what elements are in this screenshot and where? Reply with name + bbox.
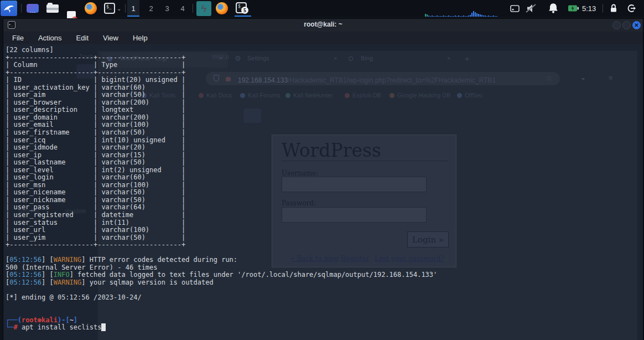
panel-separator: [125, 4, 126, 13]
terminal-menubar: File Actions Edit View Help: [3, 32, 643, 44]
firefox-window-button[interactable]: [216, 2, 228, 14]
workspace-3[interactable]: 3: [161, 0, 173, 17]
menu-actions[interactable]: Actions: [38, 34, 62, 42]
screenshot-tool-icon[interactable]: [510, 5, 520, 12]
maximize-button[interactable]: [622, 21, 631, 29]
panel-separator: [193, 4, 193, 13]
minimize-button[interactable]: [612, 21, 621, 29]
workspace-active-underline: [127, 16, 139, 17]
clock[interactable]: 5:13: [582, 0, 596, 17]
firefox-launcher-icon[interactable]: [85, 2, 97, 14]
kali-dragon-icon: [3, 2, 15, 14]
lock-screen-icon[interactable]: [609, 3, 619, 13]
desktop: … ⃠ $_ ⌄ 1 2 3 4 ϟ $_ 5: [0, 0, 644, 340]
terminal-glyph-icon: $_: [104, 3, 115, 14]
panel-separator: [603, 4, 603, 13]
terminal-content[interactable]: Trash miscl.p New File stagdete WordPres…: [3, 44, 643, 340]
file-manager-icon[interactable]: [46, 4, 59, 13]
notification-bell-icon[interactable]: [548, 3, 559, 14]
menu-file[interactable]: File: [12, 34, 24, 42]
workspace-1[interactable]: 1: [127, 0, 139, 17]
zap-proxy-window-button[interactable]: ϟ: [196, 1, 211, 16]
terminal-window-button[interactable]: $_ 5: [236, 2, 247, 13]
close-button[interactable]: ✕: [632, 21, 641, 29]
workspace-2[interactable]: 2: [145, 0, 157, 17]
terminal-output[interactable]: [22 columns] +---------------------+----…: [6, 47, 643, 332]
active-window-underline: [235, 16, 251, 17]
logout-power-icon[interactable]: [626, 3, 637, 13]
terminal-window: ▸_ root@kali: ~ ✕ File Actions Edit View…: [3, 19, 643, 340]
battery-charging-icon[interactable]: [568, 4, 579, 12]
menu-edit[interactable]: Edit: [76, 34, 89, 42]
terminal-glyph-icon: $_ 5: [236, 2, 247, 13]
kali-menu-button[interactable]: [1, 1, 17, 16]
panel-separator: [21, 4, 22, 13]
audio-muted-icon[interactable]: [526, 3, 537, 13]
menu-view[interactable]: View: [103, 34, 118, 42]
terminal-launcher-icon[interactable]: $_: [104, 3, 115, 14]
window-title: root@kali: ~: [3, 20, 643, 28]
menu-help[interactable]: Help: [133, 34, 148, 42]
terminal-dropdown-chevron-icon[interactable]: ⌄: [117, 6, 121, 12]
app-launcher-windows-icon[interactable]: …: [27, 4, 39, 13]
terminal-titlebar[interactable]: ▸_ root@kali: ~ ✕: [3, 19, 643, 32]
workspace-4[interactable]: 4: [176, 0, 189, 17]
window-count-badge: 5: [241, 7, 248, 14]
cpu-usage-sparkline: [425, 0, 502, 17]
top-panel: … ⃠ $_ ⌄ 1 2 3 4 ϟ $_ 5: [0, 0, 644, 17]
